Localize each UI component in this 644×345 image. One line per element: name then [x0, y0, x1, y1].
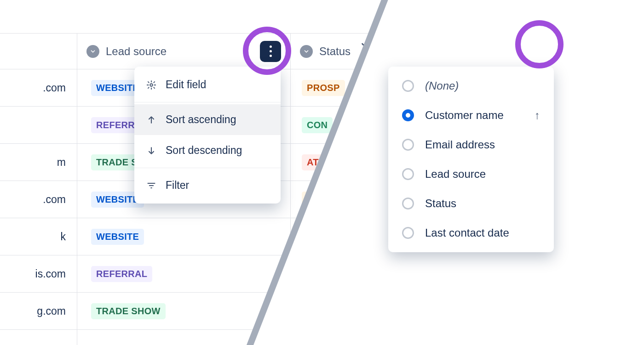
cell-lead-source: TRADE SHOW [77, 293, 291, 329]
cell-email: is.com [0, 255, 77, 292]
sort-option-label: (None) [425, 79, 459, 92]
menu-item-label: Sort ascending [166, 113, 236, 126]
lead-source-badge: WEBSITE [91, 229, 144, 245]
menu-sort-descending[interactable]: Sort descending [134, 135, 281, 166]
search-icon [401, 38, 412, 49]
column-context-menu: Edit field Sort ascending Sort descendin… [134, 67, 281, 204]
cell-email [0, 107, 77, 143]
filter-icon [500, 37, 513, 50]
column-header-email[interactable] [0, 34, 77, 69]
chevron-down-icon [300, 45, 313, 58]
table-row[interactable]: kWEBSITED [0, 218, 382, 255]
cell-email: .com [0, 69, 77, 106]
sort-button[interactable] [531, 31, 557, 57]
svg-point-0 [150, 84, 153, 86]
sort-popover: (None)Customer name↑Email addressLead so… [388, 67, 554, 252]
column-header-label: Lead source [106, 45, 167, 58]
cell-email: m [0, 144, 77, 181]
search-box[interactable] [393, 30, 483, 57]
radio-icon [402, 109, 414, 121]
menu-item-label: Filter [166, 179, 189, 192]
sort-option[interactable]: Lead source [388, 159, 554, 189]
status-badge: CON [302, 117, 333, 133]
search-input[interactable] [419, 37, 475, 50]
eye-off-icon [574, 37, 587, 51]
cell-lead-source: REFERRAL [77, 255, 291, 292]
layout-button[interactable] [604, 31, 630, 57]
hide-fields-button[interactable] [568, 31, 593, 57]
sort-option-label: Status [425, 197, 456, 210]
chevron-down-icon [86, 45, 99, 58]
cell-lead-source [77, 330, 291, 345]
toolbar: • [393, 30, 644, 57]
column-header-lead-source[interactable]: Lead source [77, 34, 291, 69]
arrow-down-icon [146, 146, 156, 155]
radio-icon [402, 198, 414, 209]
menu-item-label: Sort descending [166, 144, 242, 157]
overflow-menu[interactable]: • [641, 36, 644, 51]
cell-lead-source: WEBSITE [77, 218, 291, 255]
status-badge: D [302, 229, 319, 245]
radio-icon [402, 80, 414, 92]
cell-email [0, 330, 77, 345]
sort-option[interactable]: Customer name↑ [388, 101, 554, 130]
right-panel-fragment: • te + 10 Jan 2024 12 Dec 2023 (None)Cus… [354, 0, 644, 345]
status-badge: AT [302, 154, 324, 170]
status-badge: E [302, 192, 318, 208]
sort-option[interactable]: Email address [388, 130, 554, 159]
menu-separator [134, 102, 281, 102]
lead-source-badge: REFERRAL [91, 266, 152, 282]
table-row[interactable]: is.comREFERRALTED [0, 255, 382, 293]
more-vertical-icon [270, 45, 272, 57]
date-value: 12 Dec 2023 [456, 331, 529, 345]
sort-option[interactable]: Status [388, 189, 554, 218]
status-badge: SPECTIVE [302, 340, 358, 345]
date-value: 10 Jan 2024 [456, 296, 528, 315]
filter-icon [146, 181, 156, 190]
menu-sort-ascending[interactable]: Sort ascending [134, 104, 281, 135]
sort-option[interactable]: (None) [388, 71, 554, 101]
column-more-button[interactable] [260, 41, 281, 62]
sort-option-label: Customer name [425, 109, 504, 122]
sort-option-label: Last contact date [425, 226, 509, 239]
add-column-button[interactable]: + [636, 74, 644, 93]
lead-source-badge: TRADE SHOW [91, 303, 166, 319]
menu-edit-field[interactable]: Edit field [134, 69, 281, 100]
gear-icon [146, 80, 156, 90]
menu-filter[interactable]: Filter [134, 170, 281, 201]
sort-option-label: Email address [425, 138, 495, 151]
column-header-label: Status [319, 45, 351, 58]
dropdown-chevron[interactable] [356, 36, 374, 54]
cell-email: k [0, 218, 77, 255]
sort-option-label: Lead source [425, 168, 486, 181]
grid-icon [611, 37, 624, 50]
sort-arrows-icon [537, 37, 551, 51]
arrow-up-icon [146, 115, 156, 124]
status-badge: PTED [302, 303, 337, 319]
radio-icon [402, 139, 414, 151]
cell-email: g.com [0, 293, 77, 329]
radio-icon [402, 227, 414, 239]
table-row[interactable]: g.comTRADE SHOWPTED [0, 293, 382, 330]
arrow-up-icon: ↑ [535, 109, 540, 122]
filter-button[interactable] [494, 31, 520, 57]
status-badge: PROSP [302, 80, 345, 96]
status-badge: TED [302, 266, 331, 282]
svg-rect-6 [613, 39, 622, 49]
menu-separator [134, 168, 281, 168]
radio-icon [402, 168, 414, 180]
menu-item-label: Edit field [166, 79, 206, 91]
cell-email: .com [0, 181, 77, 218]
table-row[interactable]: SPECTIVE [0, 330, 382, 345]
sort-option[interactable]: Last contact date [388, 218, 554, 248]
